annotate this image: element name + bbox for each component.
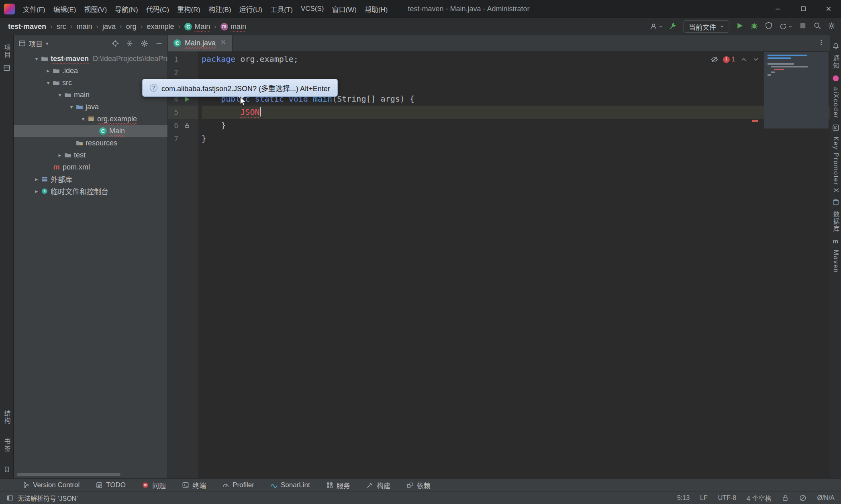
highlighting-level-icon[interactable]	[711, 56, 718, 63]
stop-button[interactable]	[799, 22, 807, 31]
chevron-right-icon[interactable]: ▸	[44, 67, 53, 74]
project-panel-title[interactable]: 项目	[29, 39, 43, 49]
code-line-2[interactable]	[202, 66, 830, 79]
hide-panel-icon[interactable]	[155, 40, 163, 47]
build-project-button[interactable]	[669, 22, 677, 31]
tool-window-switcher-icon[interactable]	[6, 494, 14, 502]
previous-error-icon[interactable]	[740, 56, 747, 63]
menu-item[interactable]: 编辑(E)	[49, 0, 80, 18]
tool-stripe-structure[interactable]: 结构	[2, 410, 12, 424]
quickfix-tooltip[interactable]: ? com.alibaba.fastjson2.JSON? (多重选择...) …	[142, 79, 338, 97]
tree-item-外部库[interactable]: ▸外部库	[14, 173, 167, 185]
write-access-icon[interactable]	[782, 494, 789, 502]
tree-item-Main[interactable]: CMain	[14, 125, 167, 137]
editor[interactable]: 1234567 package org.example;public class…	[168, 51, 830, 478]
chevron-down-icon[interactable]: ▾	[67, 104, 76, 110]
chevron-down-icon[interactable]: ▾	[44, 80, 53, 86]
tool-window-button-Version Control[interactable]: Version Control	[22, 481, 80, 489]
coverage-button[interactable]	[765, 22, 773, 31]
gear-icon[interactable]	[141, 40, 148, 47]
run-config-selector[interactable]: 当前文件	[684, 20, 729, 33]
tool-window-button-服务[interactable]: 服务	[326, 480, 350, 490]
status-widget[interactable]: 4 个空格	[747, 493, 771, 503]
no-inspection-profile-icon[interactable]	[799, 494, 806, 502]
code-line-6[interactable]: }	[202, 119, 830, 132]
lock-gutter-icon[interactable]	[178, 122, 196, 129]
tree-item-java[interactable]: ▾java	[14, 101, 167, 113]
chevron-down-icon[interactable]: ▾	[79, 116, 88, 122]
chevron-down-icon[interactable]: ▾	[32, 55, 41, 62]
code-line-5[interactable]: JSON	[202, 106, 830, 119]
memory-indicator[interactable]: Ø/N/A	[817, 494, 835, 502]
tool-stripe-Maven[interactable]: Maven	[832, 250, 839, 273]
chevron-down-icon[interactable]: ▾	[55, 92, 64, 98]
project-tool-icon[interactable]	[3, 64, 10, 71]
tree-item-临时文件和控制台[interactable]: ▸临时文件和控制台	[14, 185, 167, 197]
tree-item-pom.xml[interactable]: mpom.xml	[14, 161, 167, 173]
tree-item-resources[interactable]: resources	[14, 137, 167, 149]
breadcrumb-org[interactable]: org	[125, 22, 137, 32]
chevron-right-icon[interactable]: ▸	[55, 152, 64, 158]
menu-item[interactable]: 工具(T)	[266, 0, 297, 18]
tool-stripe-bookmarks[interactable]: 书签	[2, 438, 12, 453]
tree-item-test[interactable]: ▸test	[14, 149, 167, 161]
breadcrumb-src[interactable]: src	[56, 22, 67, 32]
error-count-badge[interactable]: ! 1	[723, 55, 735, 63]
tool-stripe-aiXcoder[interactable]: aiXcoder	[832, 87, 839, 119]
breadcrumb-Main[interactable]: CMain	[184, 22, 211, 32]
tool-stripe-数据库[interactable]: 数据库	[831, 211, 841, 233]
search-everywhere-button[interactable]	[813, 22, 821, 31]
breadcrumb-test-maven[interactable]: test-maven	[7, 22, 47, 32]
tool-window-button-问题[interactable]: 问题	[142, 480, 166, 490]
tree-item-.idea[interactable]: ▸.idea	[14, 65, 167, 77]
menu-item[interactable]: 代码(C)	[142, 0, 174, 18]
chevron-right-icon[interactable]: ▸	[32, 176, 41, 182]
chevron-down-icon[interactable]: ▾	[46, 41, 49, 47]
run-button[interactable]	[736, 22, 744, 31]
user-menu-button[interactable]	[649, 22, 663, 31]
bookmark-icon[interactable]	[4, 466, 10, 473]
menu-item[interactable]: 文件(F)	[19, 0, 49, 18]
next-error-icon[interactable]	[752, 56, 759, 63]
editor-tab-main-java[interactable]: C Main.java	[168, 35, 233, 51]
status-widget[interactable]: 5:13	[677, 494, 690, 502]
status-widget[interactable]: LF	[700, 494, 708, 502]
collapse-all-icon[interactable]	[126, 40, 133, 47]
tool-stripe-Key Promoter X[interactable]: Key Promoter X	[832, 137, 839, 193]
tree-item-test-maven[interactable]: ▾test-mavenD:\IdeaProjects\IdeaProje	[14, 53, 167, 65]
rerun-button[interactable]	[779, 22, 792, 31]
settings-button[interactable]	[828, 22, 835, 31]
breadcrumb-main[interactable]: mmain	[220, 22, 247, 32]
tool-stripe-project[interactable]: 项目	[2, 44, 12, 59]
tool-window-button-TODO[interactable]: TODO	[96, 481, 126, 489]
code-line-7[interactable]: }	[202, 132, 830, 145]
menu-item[interactable]: 导航(N)	[111, 0, 142, 18]
tool-stripe-通知[interactable]: 通知	[831, 55, 841, 69]
chevron-right-icon[interactable]: ▸	[32, 188, 41, 194]
tool-window-button-构建[interactable]: 构建	[366, 480, 390, 490]
breadcrumb-main[interactable]: main	[76, 22, 93, 32]
tab-options-icon[interactable]	[818, 39, 830, 48]
select-opened-file-icon[interactable]	[112, 40, 119, 47]
error-stripe-mark[interactable]	[752, 120, 758, 122]
status-widget[interactable]: UTF-8	[718, 494, 736, 502]
menu-item[interactable]: 帮助(H)	[361, 0, 392, 18]
breadcrumb-java[interactable]: java	[102, 22, 116, 32]
tool-window-button-Profiler[interactable]: Profiler	[222, 481, 254, 489]
menu-item[interactable]: VCS(S)	[297, 0, 328, 18]
close-tab-icon[interactable]	[220, 39, 227, 47]
maximize-button[interactable]	[790, 0, 816, 18]
menu-item[interactable]: 重构(R)	[173, 0, 204, 18]
menu-item[interactable]: 窗口(W)	[328, 0, 361, 18]
menu-item[interactable]: 视图(V)	[80, 0, 111, 18]
debug-button[interactable]	[750, 22, 758, 31]
tool-window-button-终端[interactable]: 终端	[182, 480, 206, 490]
horizontal-scrollbar[interactable]	[17, 473, 120, 476]
breadcrumb-example[interactable]: example	[146, 22, 175, 32]
tool-window-button-依赖[interactable]: 依赖	[406, 480, 431, 490]
minimap[interactable]	[764, 52, 829, 129]
tree-item-org.example[interactable]: ▾org.example	[14, 113, 167, 125]
menu-item[interactable]: 运行(U)	[235, 0, 267, 18]
code-area[interactable]: package org.example;public class Main { …	[198, 51, 830, 478]
close-button[interactable]	[816, 0, 841, 18]
